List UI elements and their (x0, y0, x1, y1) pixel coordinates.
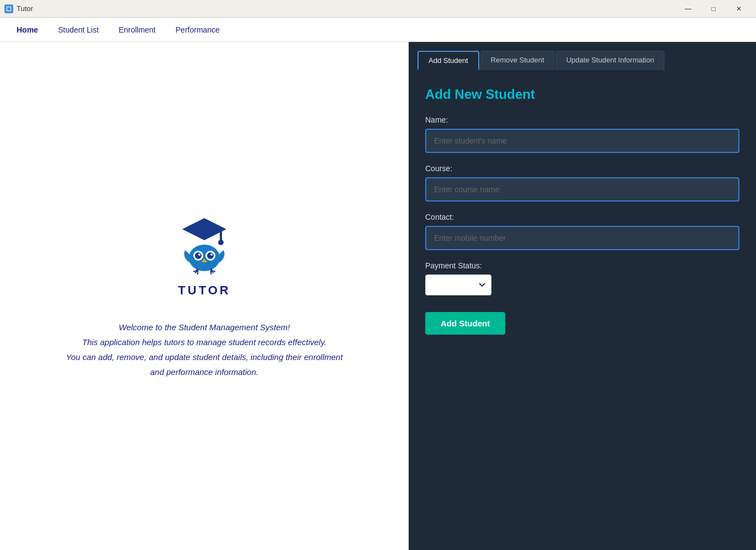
form-title: Add New Student (425, 87, 739, 102)
tab-add-student[interactable]: Add Student (417, 51, 479, 70)
name-input[interactable] (425, 129, 739, 153)
payment-label: Payment Status: (425, 261, 739, 270)
welcome-text: Welcome to the Student Management System… (66, 320, 342, 379)
close-button[interactable]: ✕ (726, 0, 752, 18)
svg-point-12 (198, 253, 200, 256)
menu-item-enrollment[interactable]: Enrollment (111, 22, 163, 38)
svg-point-10 (195, 252, 202, 259)
logo-text: TUTOR (178, 283, 230, 298)
menu-item-performance[interactable]: Performance (168, 22, 228, 38)
tutor-logo (171, 213, 237, 279)
main-content: TUTOR Welcome to the Student Management … (0, 42, 756, 550)
course-field-group: Course: (425, 164, 739, 202)
minimize-button[interactable]: — (675, 0, 701, 18)
contact-field-group: Contact: (425, 213, 739, 250)
svg-rect-2 (7, 7, 10, 10)
menu-item-student-list[interactable]: Student List (50, 22, 107, 38)
svg-point-7 (189, 245, 220, 271)
tabs: Add Student Remove Student Update Studen… (409, 42, 756, 70)
payment-select[interactable]: Paid Unpaid Pending (425, 274, 491, 295)
window-controls: — □ ✕ (675, 0, 752, 18)
contact-input[interactable] (425, 226, 739, 250)
menu-item-home[interactable]: Home (9, 22, 46, 38)
tab-remove-student[interactable]: Remove Student (480, 51, 555, 70)
name-label: Name: (425, 115, 739, 124)
contact-label: Contact: (425, 213, 739, 221)
course-label: Course: (425, 164, 739, 173)
tab-update-student[interactable]: Update Student Information (556, 51, 664, 70)
payment-field-group: Payment Status: Paid Unpaid Pending (425, 261, 739, 295)
left-panel: TUTOR Welcome to the Student Management … (0, 42, 409, 550)
svg-point-13 (210, 253, 213, 256)
titlebar: Tutor — □ ✕ (0, 0, 756, 18)
menubar: Home Student List Enrollment Performance (0, 18, 756, 42)
right-panel: Add Student Remove Student Update Studen… (409, 42, 756, 550)
titlebar-left: Tutor (4, 4, 33, 13)
form-area: Add New Student Name: Course: Contact: P… (409, 70, 756, 550)
name-field-group: Name: (425, 115, 739, 153)
svg-point-11 (207, 252, 214, 259)
course-input[interactable] (425, 177, 739, 202)
app-icon (4, 4, 13, 13)
maximize-button[interactable]: □ (701, 0, 726, 18)
logo-container: TUTOR (171, 213, 237, 298)
add-student-button[interactable]: Add Student (425, 312, 505, 335)
app-title: Tutor (17, 4, 33, 13)
